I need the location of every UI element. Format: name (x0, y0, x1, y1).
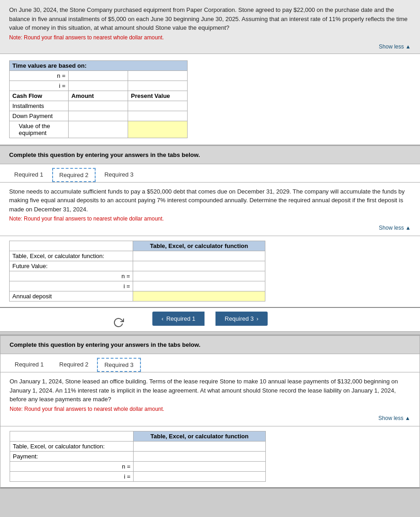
form2-row-n: n = (10, 271, 265, 281)
question-text-1: On June 30, 2024, the Stone Company purc… (9, 5, 411, 32)
page-wrapper: On June 30, 2024, the Stone Company purc… (0, 0, 420, 489)
form3-i-input[interactable] (136, 473, 263, 480)
question-block-1: On June 30, 2024, the Stone Company purc… (0, 0, 420, 54)
show-less-1[interactable]: Show less ▲ (9, 43, 411, 50)
q2-text: Stone needs to accumulate sufficient fun… (9, 187, 411, 214)
prev-label: Required 1 (166, 315, 195, 322)
i-value-cell[interactable] (69, 81, 128, 91)
row-installments-label: Installments (10, 101, 69, 111)
form3-func-label: Table, Excel, or calculator function: (10, 441, 134, 451)
prev-arrow: ‹ (162, 315, 163, 322)
row-equipment-pv[interactable] (128, 121, 188, 138)
form2-func-val[interactable] (133, 251, 265, 261)
i-label: i = (10, 81, 69, 91)
installments-amount-input[interactable] (71, 102, 125, 109)
q3-text: On January 1, 2024, Stone leased an offi… (10, 377, 410, 404)
tab2-req1[interactable]: Required 1 (8, 358, 51, 372)
row-downpayment-amount[interactable] (69, 111, 128, 121)
q3-block: On January 1, 2024, Stone leased an offi… (0, 372, 420, 426)
refresh-icon[interactable] (113, 317, 124, 328)
form2-deposit-input[interactable] (136, 293, 262, 300)
tabs-bar-2: Required 1 Required 2 Required 3 (0, 354, 420, 372)
form3-i-val[interactable] (134, 471, 266, 481)
tv-table: Time values are based on: n = i = Cash F… (9, 60, 188, 138)
q2-note: Note: Round your final answers to neares… (9, 215, 411, 222)
form3-payment-label: Payment: (10, 451, 134, 461)
tabs-instruction-2: Complete this question by entering your … (0, 335, 420, 354)
tab2-req2[interactable]: Required 2 (53, 358, 96, 372)
form2-func-input[interactable] (136, 253, 262, 259)
tab1-req1[interactable]: Required 1 (7, 168, 50, 182)
section-divider (0, 331, 420, 335)
col-pv: Present Value (128, 91, 188, 101)
q2-block: Stone needs to accumulate sufficient fun… (0, 183, 420, 237)
downpayment-amount-input[interactable] (71, 113, 125, 119)
row-downpayment-pv[interactable] (128, 111, 188, 121)
row-installments: Installments (10, 101, 188, 111)
tabs-instruction-1: Complete this question by entering your … (0, 145, 420, 164)
form3-n-input[interactable] (136, 463, 263, 470)
form3-row-payment: Payment: (10, 451, 266, 461)
form2-func-label: Table, Excel, or calculator function: (10, 251, 133, 261)
form3-func-input[interactable] (136, 443, 263, 450)
form-section-3: Table, Excel, or calculator function Tab… (0, 426, 420, 488)
form2-fv-val[interactable] (133, 261, 265, 271)
n-label: n = (10, 70, 69, 81)
note-text-1: Note: Round your final answers to neares… (9, 34, 411, 41)
i-empty (128, 81, 188, 91)
n-input[interactable] (71, 72, 125, 79)
form2-row-i: i = (10, 281, 265, 291)
form2-row-deposit: Annual deposit (10, 291, 265, 302)
tv-header: Time values are based on: (10, 60, 188, 70)
form2-fv-label: Future Value: (10, 261, 133, 271)
next-label: Required 3 (225, 315, 254, 322)
tv-section: Time values are based on: n = i = Cash F… (0, 54, 420, 145)
nav-buttons: ‹ Required 1 Required 3 › (0, 308, 420, 331)
form3-empty-label (10, 431, 134, 441)
form3-n-val[interactable] (134, 461, 266, 471)
form2-deposit-val[interactable] (133, 291, 265, 302)
form3-row-i: i = (10, 471, 266, 481)
form2-header: Table, Excel, or calculator function (133, 241, 265, 251)
form2-deposit-label: Annual deposit (10, 291, 133, 302)
next-button[interactable]: Required 3 › (215, 312, 268, 326)
installments-pv-input[interactable] (131, 102, 184, 109)
form2-i-val[interactable] (133, 281, 265, 291)
next-arrow: › (257, 315, 258, 322)
equipment-pv-input[interactable] (131, 126, 184, 133)
row-equipment-value: Value of the equipment (10, 121, 188, 138)
form2-n-input[interactable] (136, 273, 262, 280)
form3-i-label: i = (10, 471, 134, 481)
form2-row-func: Table, Excel, or calculator function: (10, 251, 265, 261)
row-installments-pv[interactable] (128, 101, 188, 111)
show-less-2[interactable]: Show less ▲ (9, 225, 411, 231)
col-cashflow: Cash Flow (10, 91, 69, 101)
row-equipment-label: Value of the equipment (10, 121, 69, 138)
form3-payment-input[interactable] (136, 453, 263, 460)
form3-func-val[interactable] (134, 441, 266, 451)
prev-button[interactable]: ‹ Required 1 (152, 312, 205, 326)
form2-n-val[interactable] (133, 271, 265, 281)
tab1-req2[interactable]: Required 2 (52, 168, 96, 182)
i-input[interactable] (71, 82, 125, 89)
form3-row-func: Table, Excel, or calculator function: (10, 441, 266, 451)
form-table-2: Table, Excel, or calculator function Tab… (9, 241, 265, 302)
form2-fv-input[interactable] (136, 263, 262, 269)
n-value-cell[interactable] (69, 70, 128, 81)
q3-note: Note: Round your final answers to neares… (10, 406, 410, 412)
form2-row-fv: Future Value: (10, 261, 265, 271)
row-downpayment-label: Down Payment (10, 111, 69, 121)
form3-payment-val[interactable] (134, 451, 266, 461)
form2-i-input[interactable] (136, 283, 262, 290)
row-installments-amount[interactable] (69, 101, 128, 111)
show-less-3[interactable]: Show less ▲ (10, 415, 410, 421)
col-amount: Amount (69, 91, 128, 101)
form3-n-label: n = (10, 461, 134, 471)
row-equipment-amount (69, 121, 128, 138)
tab1-req3[interactable]: Required 3 (97, 168, 140, 182)
form-section-2: Table, Excel, or calculator function Tab… (0, 236, 420, 308)
form-table-3: Table, Excel, or calculator function Tab… (10, 431, 266, 482)
tabs-bar-1: Required 1 Required 2 Required 3 (0, 164, 420, 183)
tab2-req3[interactable]: Required 3 (97, 358, 141, 372)
downpayment-pv-input[interactable] (131, 113, 184, 119)
